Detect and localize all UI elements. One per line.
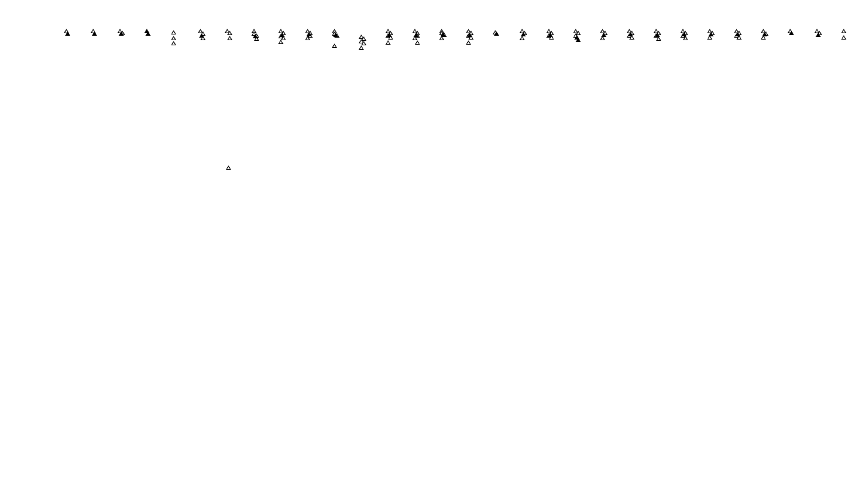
data-point [655, 33, 660, 37]
data-point [306, 32, 311, 36]
data-point [119, 31, 124, 36]
data-point [65, 31, 70, 36]
data-point [601, 33, 606, 37]
data-point [199, 33, 204, 38]
data-point [466, 40, 471, 45]
data-point [708, 32, 714, 36]
data-point [332, 43, 337, 48]
data-point [467, 33, 472, 37]
data-point [333, 33, 338, 37]
data-point [385, 40, 391, 45]
data-point [227, 36, 232, 40]
data-point [683, 36, 688, 40]
data-point [682, 32, 687, 36]
data-point [171, 41, 176, 45]
data-point [735, 32, 740, 36]
data-point [278, 40, 283, 44]
data-point [253, 34, 258, 38]
data-point [841, 29, 846, 33]
data-point [227, 31, 232, 35]
data-point [146, 31, 151, 36]
data-point [548, 33, 553, 37]
data-point [387, 33, 392, 37]
data-point [494, 31, 499, 36]
data-point [359, 45, 364, 50]
data-point [440, 32, 445, 36]
data-point [305, 36, 310, 40]
data-point [521, 32, 526, 36]
data-point [226, 165, 231, 170]
data-point [762, 32, 767, 36]
data-point [415, 40, 420, 45]
data-point [92, 31, 97, 36]
data-point [439, 36, 444, 40]
data-point [414, 33, 419, 37]
data-point [280, 33, 285, 37]
data-point [841, 35, 846, 40]
data-point [576, 38, 581, 42]
data-point [171, 30, 176, 34]
data-point [816, 33, 821, 37]
data-point [520, 36, 525, 40]
data-point [171, 36, 176, 40]
data-point [628, 32, 633, 36]
data-point [361, 41, 366, 45]
data-point [656, 36, 661, 41]
data-point [789, 31, 794, 35]
scatter-plot [0, 0, 868, 490]
